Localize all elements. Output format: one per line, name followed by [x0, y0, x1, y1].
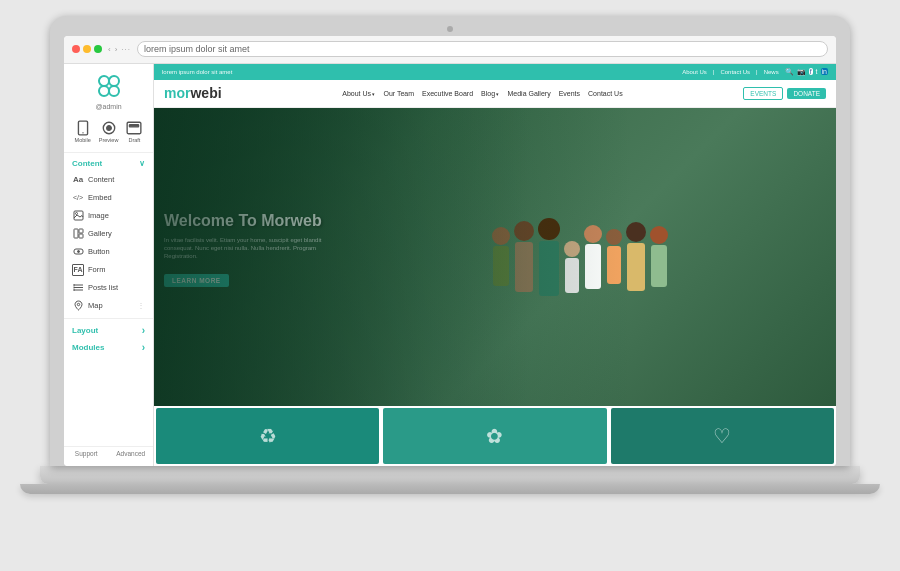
- svg-point-1: [109, 76, 119, 86]
- sidebar-bottom-tabs: Support Advanced: [64, 446, 153, 460]
- sidebar-item-embed[interactable]: </> Embed: [64, 189, 153, 207]
- tab-support-label: Support: [75, 450, 98, 457]
- top-bar-icons: 🔍 📷 f t in: [785, 68, 828, 76]
- navbar-actions: EVENTS DONATE: [743, 87, 826, 100]
- nav-media-gallery[interactable]: Media Gallery: [507, 90, 550, 97]
- sidebar-header: @admin: [93, 70, 125, 110]
- sidebar-logo: [93, 70, 125, 102]
- card-2-icon: ✿: [486, 424, 503, 448]
- sidebar-item-posts-list[interactable]: Posts list: [64, 279, 153, 297]
- svg-point-7: [106, 125, 111, 130]
- minimize-dot[interactable]: [83, 45, 91, 53]
- sidebar-item-image[interactable]: Image: [64, 207, 153, 225]
- main-navbar: morwebi About Us Our Team Executive Boar…: [154, 80, 836, 108]
- sidebar-button-label: Button: [88, 247, 110, 256]
- website-content: lorem ipsum dolor sit amet About Us | Co…: [154, 64, 836, 466]
- nav-events[interactable]: Events: [559, 90, 580, 97]
- form-icon: FA: [72, 264, 84, 276]
- top-bar-text: lorem ipsum dolor sit amet: [162, 69, 232, 75]
- map-icon: [72, 300, 84, 312]
- linkedin-icon[interactable]: in: [821, 68, 828, 75]
- laptop-camera: [447, 26, 453, 32]
- content-chevron-down-icon[interactable]: [139, 159, 145, 168]
- sidebar: @admin Mobile: [64, 64, 154, 466]
- laptop-foot: [20, 484, 880, 494]
- card-2[interactable]: ✿: [383, 408, 606, 464]
- url-bar[interactable]: lorem ipsum dolor sit amet: [137, 41, 828, 57]
- card-3-icon: ♡: [713, 424, 731, 448]
- layout-section-header[interactable]: Layout: [64, 322, 153, 339]
- svg-point-23: [77, 303, 79, 305]
- layout-section-label: Layout: [72, 326, 98, 335]
- svg-point-0: [99, 76, 109, 86]
- nav-contact-us[interactable]: Contact Us: [588, 90, 623, 97]
- draft-tool[interactable]: Draft: [124, 118, 144, 145]
- modules-chevron-right-icon[interactable]: [142, 342, 145, 353]
- contact-us-link[interactable]: Contact Us: [720, 69, 750, 75]
- content-section-header[interactable]: Content: [64, 156, 153, 171]
- donate-button[interactable]: DONATE: [787, 88, 826, 99]
- sidebar-admin-label: @admin: [95, 103, 121, 110]
- svg-rect-13: [79, 229, 83, 233]
- image-icon: [72, 210, 84, 222]
- sidebar-tools: Mobile Preview: [73, 118, 145, 145]
- posts-list-icon: [72, 282, 84, 294]
- laptop-screen-border: ‹ › ··· lorem ipsum dolor sit amet: [50, 16, 850, 466]
- card-1[interactable]: ♻: [156, 408, 379, 464]
- layout-chevron-right-icon[interactable]: [142, 325, 145, 336]
- laptop-base: [40, 466, 860, 484]
- nav-our-team[interactable]: Our Team: [383, 90, 414, 97]
- sidebar-item-form[interactable]: FA Form: [64, 261, 153, 279]
- svg-point-16: [77, 251, 79, 253]
- card-1-icon: ♻: [259, 424, 277, 448]
- svg-point-3: [109, 86, 119, 96]
- separator-2: |: [756, 69, 758, 75]
- events-button[interactable]: EVENTS: [743, 87, 783, 100]
- draft-label: Draft: [128, 137, 140, 143]
- sidebar-divider-2: [64, 318, 153, 319]
- preview-tool[interactable]: Preview: [97, 118, 121, 145]
- hero-background: [154, 108, 836, 406]
- back-icon[interactable]: ‹: [108, 45, 111, 54]
- embed-icon: </>: [72, 192, 84, 204]
- sidebar-image-label: Image: [88, 211, 109, 220]
- nav-executive-board[interactable]: Executive Board: [422, 90, 473, 97]
- facebook-icon[interactable]: f: [809, 68, 813, 75]
- separator-1: |: [713, 69, 715, 75]
- mobile-label: Mobile: [75, 137, 91, 143]
- browser-dots: [72, 45, 102, 53]
- tab-advanced[interactable]: Advanced: [109, 447, 154, 460]
- expand-dot[interactable]: [94, 45, 102, 53]
- button-icon: [72, 246, 84, 258]
- sidebar-gallery-label: Gallery: [88, 229, 112, 238]
- url-text: lorem ipsum dolor sit amet: [144, 44, 250, 54]
- instagram-icon[interactable]: 📷: [797, 68, 806, 76]
- sidebar-map-label: Map: [88, 301, 103, 310]
- about-us-link[interactable]: About Us: [682, 69, 707, 75]
- card-3[interactable]: ♡: [611, 408, 834, 464]
- sidebar-item-button[interactable]: Button: [64, 243, 153, 261]
- close-dot[interactable]: [72, 45, 80, 53]
- forward-icon[interactable]: ›: [115, 45, 118, 54]
- modules-section-label: Modules: [72, 343, 104, 352]
- browser-chrome: ‹ › ··· lorem ipsum dolor sit amet: [64, 36, 836, 64]
- sidebar-item-map[interactable]: Map ⋮: [64, 297, 153, 315]
- sidebar-embed-label: Embed: [88, 193, 112, 202]
- twitter-icon[interactable]: t: [816, 68, 818, 75]
- nav-about-us[interactable]: About Us: [342, 90, 375, 97]
- more-indicator: ⋮: [137, 301, 145, 310]
- nav-blog[interactable]: Blog: [481, 90, 499, 97]
- search-icon[interactable]: 🔍: [785, 68, 794, 76]
- main-area: @admin Mobile: [64, 64, 836, 466]
- mobile-tool[interactable]: Mobile: [73, 118, 93, 145]
- news-link[interactable]: News: [764, 69, 779, 75]
- sidebar-item-content[interactable]: Aa Content: [64, 171, 153, 189]
- tab-support[interactable]: Support: [64, 447, 109, 460]
- content-icon: Aa: [72, 174, 84, 186]
- sidebar-item-gallery[interactable]: Gallery: [64, 225, 153, 243]
- modules-section-header[interactable]: Modules: [64, 339, 153, 356]
- tab-advanced-label: Advanced: [116, 450, 145, 457]
- content-section-label: Content: [72, 159, 102, 168]
- svg-point-11: [75, 213, 77, 215]
- sidebar-form-label: Form: [88, 265, 106, 274]
